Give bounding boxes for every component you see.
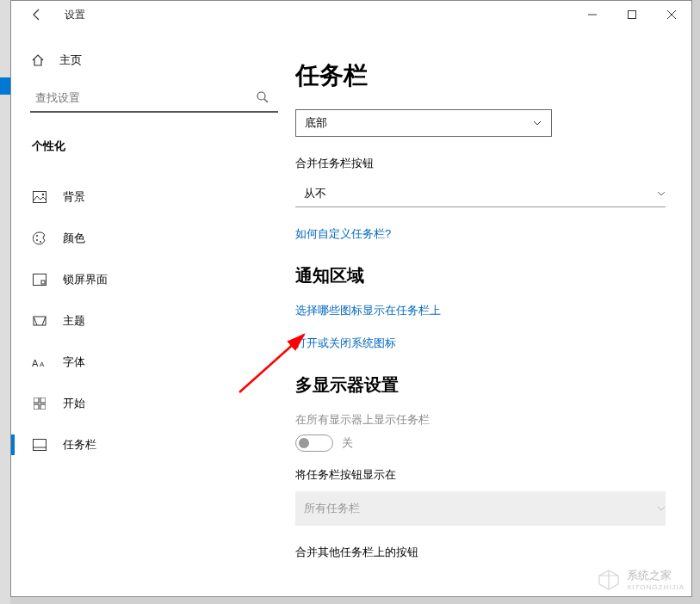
sidebar-item-taskbar[interactable]: 任务栏 <box>30 424 295 465</box>
theme-icon <box>30 314 49 328</box>
sidebar-item-label: 主题 <box>63 313 85 329</box>
svg-point-6 <box>36 235 38 237</box>
dropdown-value: 从不 <box>304 186 326 201</box>
sidebar-item-start[interactable]: 开始 <box>30 383 295 424</box>
combine-other-label: 合并其他任务栏上的按钮 <box>295 545 671 560</box>
watermark-text: 系统之家 <box>627 568 685 583</box>
palette-icon <box>30 231 49 245</box>
home-link[interactable]: 主页 <box>30 52 295 68</box>
watermark-logo-icon <box>596 569 622 591</box>
system-icons-link[interactable]: 打开或关闭系统图标 <box>295 336 671 351</box>
sidebar-item-label: 字体 <box>63 354 85 370</box>
dropdown-value: 底部 <box>305 115 327 131</box>
window-title: 设置 <box>65 8 85 22</box>
home-label: 主页 <box>59 52 82 68</box>
content-area: 任务栏 底部 合并任务栏按钮 从不 如何自定义任务栏? 通知区域 选择哪些图标显… <box>295 28 691 596</box>
svg-rect-18 <box>34 440 46 451</box>
minimize-button[interactable] <box>573 1 612 28</box>
show-all-monitors-toggle[interactable] <box>295 435 333 452</box>
position-dropdown[interactable]: 底部 <box>295 109 552 137</box>
sidebar-item-themes[interactable]: 主题 <box>30 300 295 342</box>
show-buttons-label: 将任务栏按钮显示在 <box>295 467 671 483</box>
svg-rect-4 <box>34 192 46 203</box>
svg-rect-17 <box>40 404 46 410</box>
window-controls <box>573 1 691 28</box>
chevron-down-icon <box>657 504 666 513</box>
maximize-button[interactable] <box>612 1 652 28</box>
home-icon <box>30 53 46 67</box>
svg-point-8 <box>40 241 41 243</box>
sidebar-item-colors[interactable]: 颜色 <box>30 218 295 259</box>
toggle-state: 关 <box>342 435 353 451</box>
start-icon <box>30 398 49 410</box>
watermark: 系统之家 XITONGZHIJIA <box>596 568 685 591</box>
svg-rect-15 <box>40 398 46 403</box>
search-input[interactable] <box>30 83 278 113</box>
close-button[interactable] <box>652 1 691 28</box>
back-button[interactable] <box>27 4 47 25</box>
lockscreen-icon <box>30 274 49 286</box>
watermark-subtext: XITONGZHIJIA <box>627 583 685 591</box>
sidebar-item-label: 锁屏界面 <box>63 272 108 287</box>
notification-section-header: 通知区域 <box>295 264 671 287</box>
category-header: 个性化 <box>30 139 295 154</box>
show-buttons-dropdown: 所有任务栏 <box>295 491 666 526</box>
page-title: 任务栏 <box>295 59 671 92</box>
svg-point-2 <box>257 92 265 100</box>
chevron-down-icon <box>657 189 666 198</box>
taskbar-icon <box>30 439 49 451</box>
svg-text:A: A <box>32 358 39 368</box>
sidebar-item-background[interactable]: 背景 <box>30 176 295 218</box>
svg-point-5 <box>42 194 44 195</box>
sidebar-item-label: 颜色 <box>63 231 85 246</box>
search-icon <box>256 90 269 104</box>
chevron-down-icon <box>532 118 542 128</box>
combine-dropdown[interactable]: 从不 <box>295 180 666 207</box>
sidebar-item-lockscreen[interactable]: 锁屏界面 <box>30 259 295 300</box>
settings-window: 设置 主页 <box>10 0 692 597</box>
dropdown-value: 所有任务栏 <box>304 501 360 516</box>
svg-text:A: A <box>40 361 45 368</box>
sidebar-item-label: 背景 <box>63 189 85 205</box>
svg-rect-16 <box>34 404 39 410</box>
customize-link[interactable]: 如何自定义任务栏? <box>295 226 671 242</box>
multimonitor-section-header: 多显示器设置 <box>295 373 671 397</box>
picture-icon <box>30 191 49 203</box>
svg-rect-14 <box>34 398 39 403</box>
svg-line-3 <box>264 99 268 102</box>
svg-rect-1 <box>629 11 636 19</box>
sidebar-item-label: 开始 <box>63 396 85 411</box>
svg-point-7 <box>36 239 38 241</box>
sidebar: 主页 个性化 背景 <box>11 28 295 596</box>
font-icon: AA <box>30 356 49 368</box>
svg-rect-10 <box>41 280 45 284</box>
sidebar-item-label: 任务栏 <box>63 437 96 453</box>
titlebar: 设置 <box>11 1 691 28</box>
sidebar-item-fonts[interactable]: AA 字体 <box>30 342 295 383</box>
select-icons-link[interactable]: 选择哪些图标显示在任务栏上 <box>295 303 671 318</box>
show-all-monitors-label: 在所有显示器上显示任务栏 <box>295 412 671 428</box>
combine-label: 合并任务栏按钮 <box>295 156 671 171</box>
